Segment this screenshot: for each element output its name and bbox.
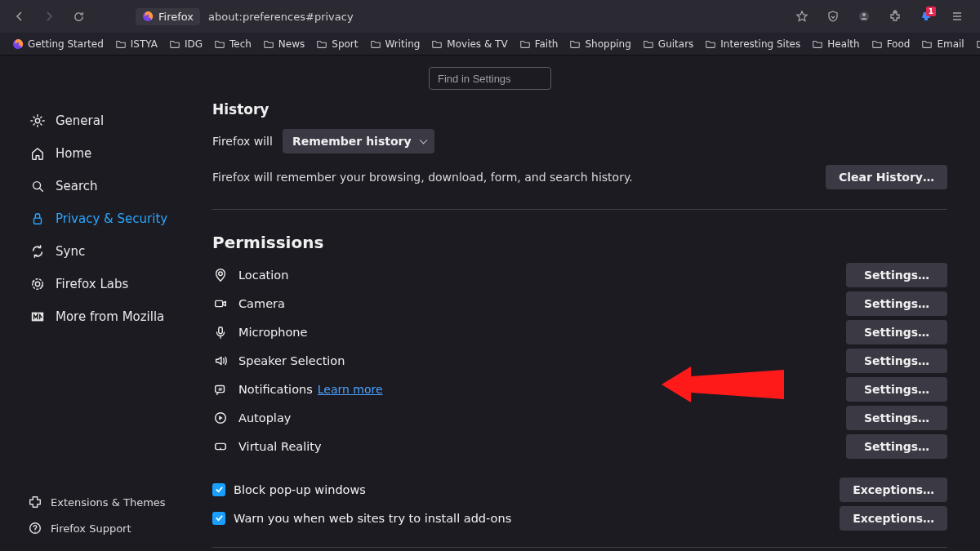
bookmark-item[interactable]: IDG <box>165 36 207 52</box>
bookmark-item[interactable]: Movies & TV <box>427 36 511 52</box>
permission-settings-button[interactable]: Settings… <box>846 406 947 430</box>
preferences-page: GeneralHomeSearchPrivacy & SecuritySyncF… <box>0 56 980 551</box>
settings-search-input[interactable] <box>429 67 551 90</box>
bookmark-item[interactable]: Writing <box>366 36 425 52</box>
sidebar-item-general[interactable]: General <box>23 104 189 137</box>
permission-settings-button[interactable]: Settings… <box>846 434 947 459</box>
permission-settings-button[interactable]: Settings… <box>846 291 947 316</box>
sidebar-item-sync[interactable]: Sync <box>23 235 189 268</box>
bookmark-item[interactable]: Health <box>808 36 863 52</box>
svg-rect-18 <box>219 327 223 333</box>
bookmark-label: Tech <box>229 38 252 50</box>
autoplay-icon <box>212 410 229 426</box>
bookmark-label: Health <box>827 38 859 50</box>
bookmark-item[interactable]: Getting Started <box>8 36 108 52</box>
permission-row-virtual-reality: Virtual Reality Settings… <box>212 432 947 460</box>
sidebar-item-more-from-mozilla[interactable]: More from Mozilla <box>23 300 189 333</box>
sidebar-item-privacy-security[interactable]: Privacy & Security <box>23 202 189 235</box>
permission-label: Virtual Reality <box>238 440 836 453</box>
bookmark-item[interactable]: Productivity <box>972 36 980 52</box>
folder-icon <box>214 38 225 50</box>
exceptions-button[interactable]: Exceptions… <box>840 478 947 502</box>
permission-row-speaker-selection: Speaker Selection Settings… <box>212 346 947 375</box>
folder-icon <box>169 38 180 50</box>
folder-icon <box>921 38 933 50</box>
svg-rect-8 <box>34 218 42 224</box>
bookmark-item[interactable]: Guitars <box>639 36 697 52</box>
permission-label: Speaker Selection <box>238 354 836 367</box>
svg-point-15 <box>34 531 35 532</box>
svg-point-16 <box>219 271 223 275</box>
svg-point-11 <box>32 281 33 282</box>
history-prefix: Firefox will <box>212 135 273 148</box>
section-divider <box>212 547 947 548</box>
sidebar-item-label: More from Mozilla <box>56 309 164 324</box>
sync-icon <box>29 243 46 260</box>
search-icon <box>29 178 46 194</box>
bookmark-item[interactable]: Faith <box>515 36 563 52</box>
firefox-icon <box>12 38 24 50</box>
bookmark-item[interactable]: Tech <box>210 36 256 52</box>
sidebar-footer-extensions-themes[interactable]: Extensions & Themes <box>23 489 189 515</box>
bookmark-item[interactable]: News <box>259 36 309 52</box>
bookmark-item[interactable]: Sport <box>312 36 362 52</box>
bookmark-star-button[interactable] <box>791 5 813 28</box>
extensions-button[interactable] <box>884 5 906 28</box>
learn-more-link[interactable]: Learn more <box>318 383 383 396</box>
bookmark-label: News <box>278 38 305 50</box>
settings-main: History Firefox will Remember history Fi… <box>196 56 980 551</box>
bookmark-label: Food <box>887 38 911 50</box>
permission-settings-button[interactable]: Settings… <box>846 263 947 287</box>
folder-icon <box>263 38 274 50</box>
puzzle-icon <box>28 495 42 509</box>
history-mode-value: Remember history <box>292 135 412 148</box>
sidebar-item-label: General <box>56 113 104 128</box>
notify-icon <box>212 381 229 398</box>
svg-point-10 <box>33 279 43 290</box>
permission-row-autoplay: Autoplay Settings… <box>212 403 947 432</box>
bookmark-label: Email <box>937 38 964 50</box>
permission-settings-button[interactable]: Settings… <box>846 320 947 344</box>
sidebar-item-label: Privacy & Security <box>56 211 167 226</box>
history-mode-select[interactable]: Remember history <box>283 129 434 153</box>
exceptions-button[interactable]: Exceptions… <box>840 506 947 531</box>
sidebar-item-search[interactable]: Search <box>23 170 189 202</box>
folder-icon <box>115 38 127 50</box>
identity-chip[interactable]: Firefox <box>136 8 200 25</box>
folder-icon <box>316 38 327 50</box>
checkbox[interactable] <box>212 512 225 525</box>
notifications-button[interactable]: 1 <box>915 5 938 28</box>
history-description: Firefox will remember your browsing, dow… <box>212 171 813 184</box>
address-bar[interactable]: Firefox about:preferences#privacy <box>136 4 813 29</box>
bookmark-label: Movies & TV <box>447 38 507 50</box>
bookmark-item[interactable]: Food <box>867 36 915 52</box>
back-button[interactable] <box>7 3 33 29</box>
reload-button[interactable] <box>65 3 91 29</box>
bookmark-item[interactable]: Email <box>917 36 968 52</box>
sidebar-item-firefox-labs[interactable]: Firefox Labs <box>23 268 189 300</box>
forward-button[interactable] <box>36 3 62 29</box>
app-menu-button[interactable] <box>946 5 969 28</box>
bookmark-item[interactable]: Shopping <box>565 36 635 52</box>
browser-toolbar: Firefox about:preferences#privacy 1 <box>0 0 980 33</box>
sidebar-item-home[interactable]: Home <box>23 137 189 170</box>
sidebar-footer-firefox-support[interactable]: Firefox Support <box>23 515 189 541</box>
permission-label: Microphone <box>238 326 836 339</box>
location-icon <box>212 267 229 283</box>
checkbox-row: Block pop-up windows Exceptions… <box>212 475 947 504</box>
permission-settings-button[interactable]: Settings… <box>846 349 947 373</box>
permission-settings-button[interactable]: Settings… <box>846 377 947 402</box>
account-button[interactable] <box>853 5 875 28</box>
checkbox[interactable] <box>212 483 225 496</box>
bookmark-label: Writing <box>385 38 421 50</box>
clear-history-button[interactable]: Clear History… <box>826 165 947 189</box>
sidebar-footer-label: Firefox Support <box>51 522 131 535</box>
bookmark-item[interactable]: Interesting Sites <box>701 36 804 52</box>
bookmark-item[interactable]: ISTYA <box>111 36 162 52</box>
speaker-icon <box>212 353 229 369</box>
section-divider <box>212 209 947 210</box>
folder-icon <box>370 38 381 50</box>
sidebar-item-label: Firefox Labs <box>56 277 128 291</box>
checkbox-label: Warn you when web sites try to install a… <box>234 512 831 525</box>
pocket-button[interactable] <box>822 5 844 28</box>
